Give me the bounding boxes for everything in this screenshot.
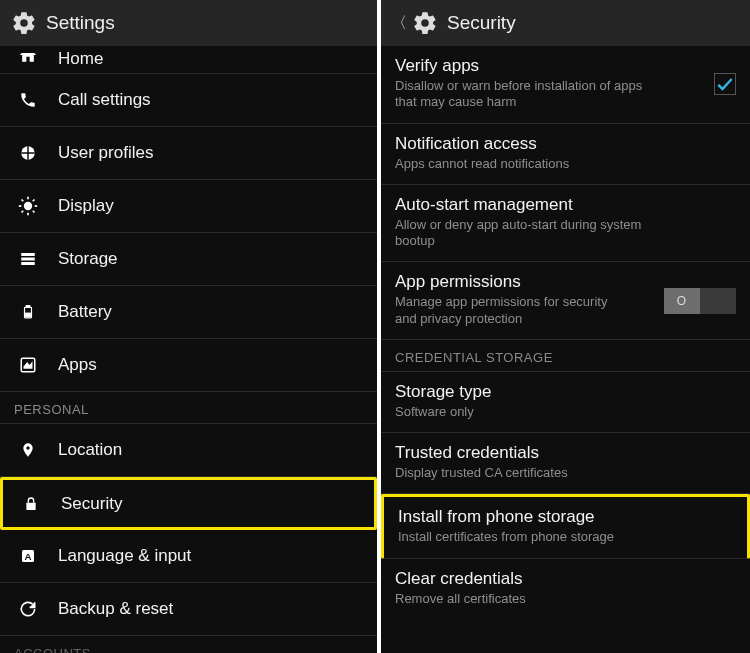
- setting-title: Verify apps: [395, 56, 736, 76]
- setting-install-from-storage[interactable]: Install from phone storage Install certi…: [381, 494, 750, 558]
- section-header-credential-storage: CREDENTIAL STORAGE: [381, 340, 750, 372]
- security-list: Verify apps Disallow or warn before inst…: [381, 46, 750, 653]
- battery-icon: [14, 302, 42, 322]
- action-bar-security[interactable]: 〈 Security: [381, 0, 750, 46]
- list-item-user-profiles[interactable]: User profiles: [0, 127, 377, 180]
- language-icon: A: [14, 547, 42, 565]
- svg-rect-2: [21, 152, 35, 154]
- setting-title: Trusted credentials: [395, 443, 736, 463]
- svg-rect-20: [26, 502, 35, 509]
- action-bar-settings: Settings: [0, 0, 377, 46]
- svg-rect-17: [26, 313, 31, 317]
- list-item-home[interactable]: Home: [0, 46, 377, 74]
- setting-subtitle: Manage app permissions for security and …: [395, 294, 615, 327]
- list-item-label: Security: [61, 494, 122, 514]
- storage-icon: [14, 250, 42, 268]
- action-bar-title: Security: [447, 12, 516, 34]
- svg-line-10: [22, 211, 24, 213]
- list-item-label: Battery: [58, 302, 112, 322]
- checkbox[interactable]: [714, 73, 736, 95]
- setting-subtitle: Remove all certificates: [395, 591, 665, 607]
- list-item-label: Home: [58, 50, 103, 67]
- toggle-off-label: O: [664, 288, 700, 314]
- svg-rect-12: [21, 253, 35, 256]
- list-item-battery[interactable]: Battery: [0, 286, 377, 339]
- svg-line-9: [33, 211, 35, 213]
- list-item-backup[interactable]: Backup & reset: [0, 583, 377, 636]
- list-item-storage[interactable]: Storage: [0, 233, 377, 286]
- list-item-label: Call settings: [58, 90, 151, 110]
- back-icon[interactable]: 〈: [391, 13, 407, 34]
- profiles-icon: [14, 144, 42, 162]
- setting-title: Storage type: [395, 382, 736, 402]
- list-item-label: Storage: [58, 249, 118, 269]
- home-icon: [14, 53, 42, 67]
- setting-title: Install from phone storage: [398, 507, 733, 527]
- svg-rect-16: [26, 306, 30, 308]
- display-icon: [14, 196, 42, 216]
- backup-icon: [14, 599, 42, 619]
- section-header-accounts: ACCOUNTS: [0, 636, 377, 653]
- setting-autostart[interactable]: Auto-start management Allow or deny app …: [381, 185, 750, 263]
- setting-subtitle: Install certificates from phone storage: [398, 529, 668, 545]
- setting-title: Clear credentials: [395, 569, 736, 589]
- setting-subtitle: Software only: [395, 404, 665, 420]
- location-icon: [14, 440, 42, 460]
- list-item-display[interactable]: Display: [0, 180, 377, 233]
- svg-point-3: [24, 202, 32, 210]
- section-header-personal: PERSONAL: [0, 392, 377, 424]
- list-item-language[interactable]: A Language & input: [0, 530, 377, 583]
- svg-rect-14: [21, 262, 35, 265]
- action-bar-title: Settings: [46, 12, 115, 34]
- settings-pane: Settings Home Call settings User profile: [0, 0, 377, 653]
- apps-icon: [14, 356, 42, 374]
- setting-app-permissions[interactable]: App permissions Manage app permissions f…: [381, 262, 750, 340]
- list-item-label: User profiles: [58, 143, 153, 163]
- svg-line-8: [22, 200, 24, 202]
- settings-list: Home Call settings User profiles Display: [0, 46, 377, 653]
- gear-icon: [411, 9, 439, 37]
- setting-subtitle: Display trusted CA certificates: [395, 465, 665, 481]
- setting-trusted-credentials[interactable]: Trusted credentials Display trusted CA c…: [381, 433, 750, 494]
- setting-subtitle: Allow or deny app auto-start during syst…: [395, 217, 665, 250]
- list-item-apps[interactable]: Apps: [0, 339, 377, 392]
- list-item-location[interactable]: Location: [0, 424, 377, 477]
- list-item-security[interactable]: Security: [0, 477, 377, 530]
- setting-subtitle: Disallow or warn before installation of …: [395, 78, 665, 111]
- svg-rect-13: [21, 258, 35, 261]
- phone-icon: [14, 91, 42, 109]
- setting-storage-type[interactable]: Storage type Software only: [381, 372, 750, 433]
- svg-line-11: [33, 200, 35, 202]
- list-item-call-settings[interactable]: Call settings: [0, 74, 377, 127]
- setting-title: Auto-start management: [395, 195, 736, 215]
- toggle-switch[interactable]: O: [664, 288, 736, 314]
- security-pane: 〈 Security Verify apps Disallow or warn …: [381, 0, 750, 653]
- setting-subtitle: Apps cannot read notifications: [395, 156, 665, 172]
- list-item-label: Language & input: [58, 546, 191, 566]
- list-item-label: Location: [58, 440, 122, 460]
- lock-icon: [17, 495, 45, 513]
- setting-clear-credentials[interactable]: Clear credentials Remove all certificate…: [381, 559, 750, 611]
- gear-icon: [10, 9, 38, 37]
- list-item-label: Apps: [58, 355, 97, 375]
- list-item-label: Display: [58, 196, 114, 216]
- setting-verify-apps[interactable]: Verify apps Disallow or warn before inst…: [381, 46, 750, 124]
- setting-title: Notification access: [395, 134, 736, 154]
- list-item-label: Backup & reset: [58, 599, 173, 619]
- setting-notification-access[interactable]: Notification access Apps cannot read not…: [381, 124, 750, 185]
- svg-marker-19: [24, 361, 33, 369]
- svg-text:A: A: [24, 551, 31, 562]
